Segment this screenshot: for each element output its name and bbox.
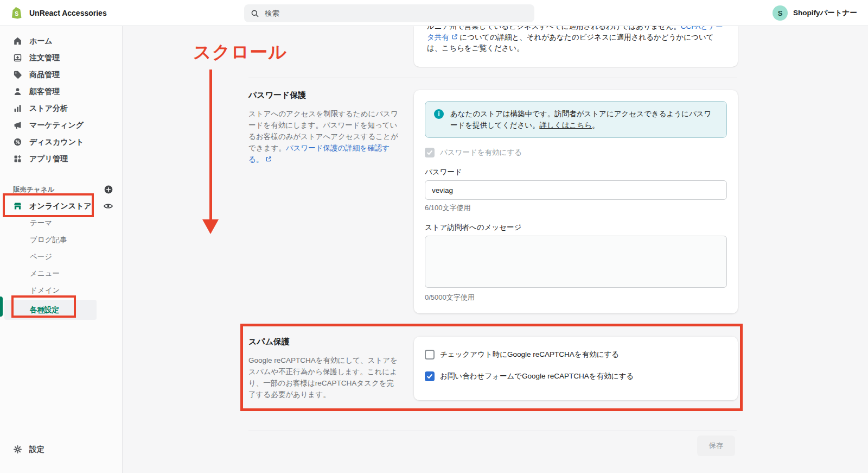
ccpa-card: ルニア州で営業しているビジネスすべてに適用されるわけではありません。CCPAとデ… <box>414 26 738 67</box>
sidebar-item-products[interactable]: 商品管理 <box>0 66 122 83</box>
password-protection-section: パスワード保護 ストアへのアクセスを制限するためにパスワードを有効にします。パス… <box>248 90 738 313</box>
visitor-message-textarea[interactable] <box>425 236 727 288</box>
customers-icon <box>13 87 22 96</box>
svg-text:S: S <box>15 11 18 17</box>
discounts-icon <box>13 137 22 147</box>
sidebar: ホーム 注文管理 商品管理 顧客管理 <box>0 26 123 473</box>
sidebar-item-preferences[interactable]: 各種設定 <box>4 300 97 320</box>
store-name: UnReact Accessories <box>29 9 107 17</box>
sidebar-item-domains[interactable]: ドメイン <box>0 282 122 299</box>
online-store-label: オンラインストア <box>29 201 96 211</box>
shopify-logo-icon: S <box>10 6 24 20</box>
sidebar-item-label: ストア分析 <box>29 104 68 113</box>
storefront-icon <box>13 201 22 211</box>
subitem-label: ページ <box>30 252 52 262</box>
sidebar-item-label: アプリ管理 <box>29 154 68 164</box>
orders-icon <box>13 53 22 62</box>
recaptcha-checkout-row: チェックアウト時にGoogle reCAPTCHAを有効にする <box>425 350 727 360</box>
info-icon: i <box>434 109 444 119</box>
sidebar-item-pages[interactable]: ページ <box>0 248 122 265</box>
store-brand[interactable]: S UnReact Accessories <box>10 0 107 26</box>
sidebar-item-home[interactable]: ホーム <box>0 33 122 49</box>
sidebar-item-label: 商品管理 <box>29 70 60 80</box>
password-card: i あなたのストアは構築中です。訪問者がストアにアクセスできるようにパスワードを… <box>414 90 738 313</box>
subitem-label: メニュー <box>30 269 60 279</box>
subitem-label: テーマ <box>30 218 52 228</box>
account-name: Shopifyパートナー <box>793 8 857 18</box>
spam-protection-section: スパム保護 Google reCAPTCHAを有効にして、ストアをスパムや不正行… <box>248 337 738 400</box>
ccpa-text-after: についての詳細と、それがあなたのビジネスに適用されるかどうかについては、こちらを… <box>427 33 714 52</box>
topbar: S UnReact Accessories S Shopifyパートナー <box>0 0 868 26</box>
products-icon <box>13 70 22 79</box>
section-divider <box>248 78 737 78</box>
ccpa-text-before: ルニア州で営業しているビジネスすべてに適用されるわけではありません。 <box>427 26 681 30</box>
password-char-count: 6/100文字使用 <box>425 203 727 213</box>
apps-icon <box>13 154 22 163</box>
subitem-label: 各種設定 <box>30 305 59 315</box>
sidebar-item-label: マーケティング <box>29 121 84 130</box>
marketing-icon <box>13 121 22 130</box>
search-bar[interactable] <box>244 4 534 22</box>
sidebar-item-themes[interactable]: テーマ <box>0 215 122 231</box>
search-input[interactable] <box>264 9 528 18</box>
banner-text: あなたのストアは構築中です。訪問者がストアにアクセスできるようにパスワードを提供… <box>450 108 718 131</box>
sidebar-item-label: 注文管理 <box>29 53 60 63</box>
sidebar-item-label: ホーム <box>29 36 53 46</box>
check-icon <box>426 373 433 380</box>
settings-label: 設定 <box>29 445 44 455</box>
section-description: ストアへのアクセスを制限するためにパスワードを有効にします。パスワードを知ってい… <box>248 108 400 165</box>
active-item-indicator <box>0 297 3 317</box>
avatar: S <box>773 5 788 21</box>
section-divider <box>248 324 737 325</box>
home-icon <box>13 36 22 46</box>
sidebar-item-label: ディスカウント <box>29 137 84 147</box>
sidebar-item-apps[interactable]: アプリ管理 <box>0 150 122 167</box>
subitem-label: ブログ記事 <box>30 235 67 245</box>
recaptcha-checkout-checkbox[interactable] <box>425 350 435 360</box>
add-channel-button[interactable] <box>104 185 113 194</box>
view-store-eye-icon[interactable] <box>103 201 113 211</box>
account-menu[interactable]: S Shopifyパートナー <box>773 0 857 26</box>
sidebar-item-label: 顧客管理 <box>29 87 60 97</box>
spam-card: チェックアウト時にGoogle reCAPTCHAを有効にする お問い合わせフォ… <box>414 337 738 400</box>
sidebar-item-online-store[interactable]: オンラインストア <box>0 198 122 215</box>
banner-learn-more-link[interactable]: 詳しくはこちら <box>540 121 592 129</box>
sidebar-item-marketing[interactable]: マーケティング <box>0 117 122 134</box>
external-link-icon <box>451 34 458 40</box>
check-icon <box>426 149 433 156</box>
sidebar-item-orders[interactable]: 注文管理 <box>0 49 122 66</box>
recaptcha-contact-label: お問い合わせフォームでGoogle reCAPTCHAを有効にする <box>440 371 634 381</box>
visitor-message-label: ストア訪問者へのメッセージ <box>425 223 727 232</box>
section-description: Google reCAPTCHAを有効にして、ストアをスパムや不正行為から保護し… <box>248 355 400 400</box>
save-button[interactable]: 保存 <box>697 436 735 456</box>
info-banner: i あなたのストアは構築中です。訪問者がストアにアクセスできるようにパスワードを… <box>425 101 727 138</box>
enable-password-checkbox[interactable] <box>425 148 435 157</box>
password-field-label: パスワード <box>425 167 727 177</box>
sales-channels-header: 販売チャネル <box>0 184 122 195</box>
sidebar-item-navigation[interactable]: メニュー <box>0 265 122 282</box>
recaptcha-checkout-label: チェックアウト時にGoogle reCAPTCHAを有効にする <box>440 350 619 360</box>
footer-actions: 保存 <box>248 431 738 469</box>
search-icon <box>251 9 259 18</box>
message-char-count: 0/5000文字使用 <box>425 293 727 302</box>
section-title: スパム保護 <box>248 337 400 347</box>
external-link-icon <box>265 156 272 162</box>
subitem-label: ドメイン <box>30 286 60 295</box>
sidebar-item-discounts[interactable]: ディスカウント <box>0 134 122 150</box>
enable-password-label: パスワードを有効にする <box>440 148 522 157</box>
sidebar-item-customers[interactable]: 顧客管理 <box>0 83 122 100</box>
password-input[interactable] <box>425 180 727 200</box>
section-title: パスワード保護 <box>248 90 400 100</box>
gear-icon <box>13 445 22 454</box>
banner-text-period: 。 <box>592 121 599 129</box>
recaptcha-contact-row: お問い合わせフォームでGoogle reCAPTCHAを有効にする <box>425 371 727 381</box>
sales-channels-label: 販売チャネル <box>13 185 104 194</box>
sidebar-item-analytics[interactable]: ストア分析 <box>0 100 122 117</box>
enable-password-row: パスワードを有効にする <box>425 148 727 157</box>
ccpa-text: ルニア州で営業しているビジネスすべてに適用されるわけではありません。CCPAとデ… <box>427 26 725 54</box>
recaptcha-contact-checkbox[interactable] <box>425 371 435 381</box>
sidebar-item-settings[interactable]: 設定 <box>0 441 44 458</box>
analytics-icon <box>13 104 22 113</box>
main-content: ルニア州で営業しているビジネスすべてに適用されるわけではありません。CCPAとデ… <box>123 26 868 473</box>
sidebar-item-blog-posts[interactable]: ブログ記事 <box>0 231 122 248</box>
